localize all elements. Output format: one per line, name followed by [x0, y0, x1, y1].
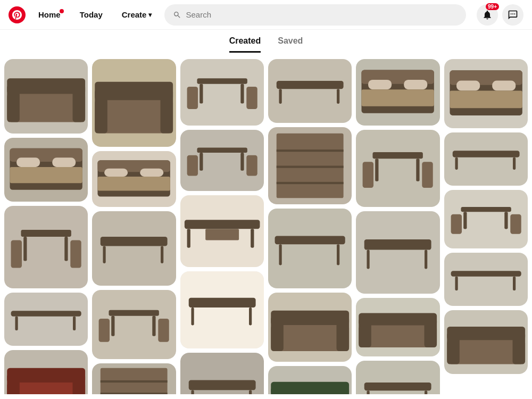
svg-rect-38: [153, 316, 156, 336]
svg-rect-105: [456, 80, 480, 90]
pin-card[interactable]: [444, 59, 528, 128]
pin-card[interactable]: [444, 310, 528, 374]
pin-card[interactable]: [4, 138, 88, 202]
svg-rect-34: [103, 246, 106, 263]
nav-today[interactable]: Today: [73, 6, 109, 23]
pin-card[interactable]: [356, 361, 439, 394]
svg-rect-91: [363, 162, 373, 188]
pin-card[interactable]: [180, 130, 264, 191]
pin-card[interactable]: [356, 130, 439, 207]
svg-rect-101: [367, 390, 370, 394]
pin-card[interactable]: [180, 59, 264, 126]
svg-rect-27: [95, 82, 173, 101]
svg-rect-48: [187, 87, 197, 109]
pin-card[interactable]: [92, 363, 176, 394]
svg-rect-37: [112, 316, 115, 336]
svg-rect-118: [513, 277, 516, 290]
svg-rect-18: [15, 317, 18, 330]
svg-rect-110: [513, 157, 516, 170]
svg-rect-86: [404, 80, 428, 89]
svg-rect-33: [101, 237, 168, 246]
svg-rect-70: [277, 166, 344, 168]
svg-rect-9: [16, 157, 40, 167]
pin-card[interactable]: [356, 59, 439, 126]
pin-card[interactable]: [444, 253, 528, 306]
pin-card[interactable]: [268, 366, 352, 394]
pin-card[interactable]: [180, 195, 264, 267]
svg-rect-112: [463, 212, 467, 229]
svg-rect-59: [188, 298, 255, 307]
svg-rect-93: [364, 239, 431, 250]
svg-rect-82: [271, 382, 349, 394]
nav-create-label: Create: [122, 10, 147, 19]
notifications-button[interactable]: 99+: [477, 4, 498, 26]
svg-rect-61: [249, 307, 252, 325]
chevron-down-icon: ▾: [148, 11, 152, 19]
svg-rect-95: [425, 250, 427, 269]
pin-card[interactable]: [4, 350, 88, 394]
tab-created[interactable]: Created: [229, 36, 261, 53]
svg-rect-45: [197, 78, 247, 84]
svg-rect-108: [452, 151, 519, 157]
svg-rect-89: [375, 159, 378, 181]
svg-point-1: [512, 13, 513, 14]
svg-rect-102: [425, 390, 427, 394]
nav-create[interactable]: Create ▾: [115, 6, 159, 23]
pin-card[interactable]: [268, 293, 352, 362]
search-icon: [173, 11, 181, 19]
nav-home-label: Home: [38, 10, 61, 19]
svg-rect-117: [455, 277, 458, 290]
pin-card[interactable]: [180, 353, 264, 394]
svg-rect-64: [249, 390, 252, 394]
masonry-grid: [4, 59, 528, 394]
svg-rect-31: [140, 169, 164, 177]
svg-rect-51: [200, 153, 203, 171]
svg-rect-39: [99, 319, 110, 342]
svg-rect-55: [185, 220, 260, 229]
svg-rect-50: [197, 147, 247, 153]
svg-rect-111: [461, 207, 511, 212]
pin-card[interactable]: [4, 293, 88, 346]
svg-rect-35: [161, 246, 163, 263]
pin-card[interactable]: [92, 290, 176, 359]
search-bar[interactable]: [164, 4, 466, 26]
svg-rect-78: [271, 311, 349, 325]
messages-button[interactable]: [502, 4, 523, 26]
pin-card[interactable]: [92, 151, 176, 207]
svg-rect-72: [275, 236, 345, 244]
pin-card[interactable]: [4, 206, 88, 288]
pin-card[interactable]: [92, 211, 176, 286]
tab-saved[interactable]: Saved: [278, 36, 303, 53]
svg-rect-47: [240, 84, 244, 104]
pin-card[interactable]: [268, 59, 352, 123]
pin-card[interactable]: [180, 271, 264, 348]
search-input[interactable]: [186, 10, 458, 19]
svg-rect-99: [359, 313, 437, 325]
svg-rect-88: [373, 152, 423, 159]
svg-rect-16: [70, 240, 81, 268]
svg-rect-52: [240, 153, 244, 171]
pin-card[interactable]: [268, 209, 352, 288]
pin-card[interactable]: [4, 59, 88, 134]
svg-rect-85: [368, 80, 392, 89]
pin-card[interactable]: [356, 211, 439, 294]
svg-rect-42: [101, 380, 168, 383]
svg-rect-32: [98, 177, 170, 190]
svg-rect-30: [104, 169, 128, 177]
pinterest-logo[interactable]: [9, 6, 26, 23]
pin-card[interactable]: [268, 127, 352, 204]
pin-card[interactable]: [444, 132, 528, 186]
svg-rect-92: [422, 162, 433, 188]
nav-home[interactable]: Home: [32, 6, 67, 23]
svg-rect-94: [367, 250, 370, 269]
pin-card[interactable]: [356, 298, 439, 356]
svg-rect-69: [277, 149, 344, 152]
svg-rect-56: [187, 229, 190, 247]
svg-rect-36: [109, 310, 159, 316]
svg-rect-65: [277, 81, 344, 89]
pin-card[interactable]: [444, 190, 528, 248]
svg-rect-54: [246, 155, 257, 176]
pin-card[interactable]: [92, 59, 176, 147]
svg-rect-49: [246, 87, 257, 109]
svg-rect-12: [21, 230, 71, 237]
